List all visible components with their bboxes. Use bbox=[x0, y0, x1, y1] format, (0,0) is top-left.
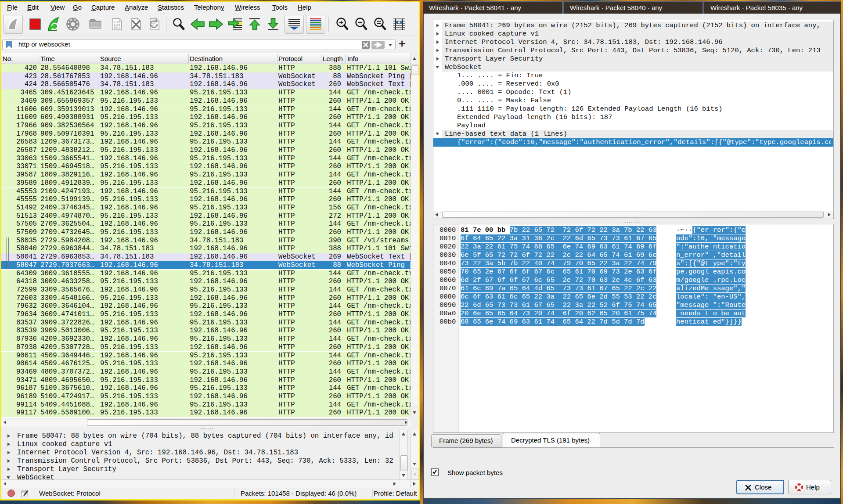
svg-text:0011: 0011 bbox=[114, 26, 120, 29]
